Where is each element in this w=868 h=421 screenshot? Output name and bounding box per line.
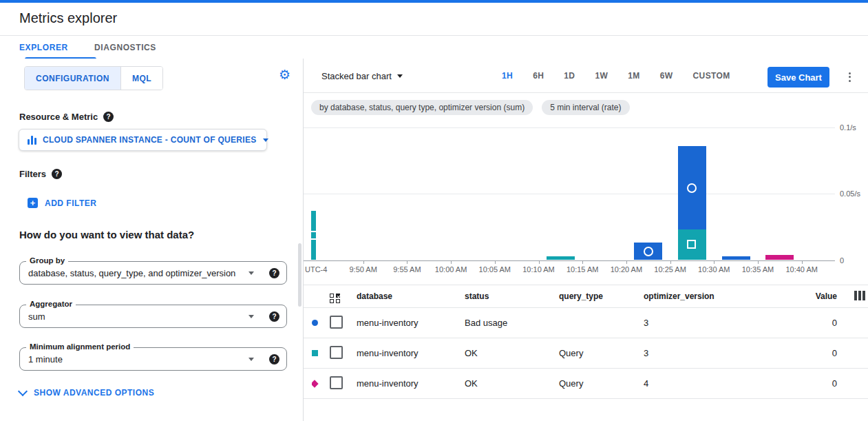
metric-selector-button[interactable]: CLOUD SPANNER INSTANCE - COUNT OF QUERIE…	[19, 129, 267, 151]
cell-query-type: Query	[559, 348, 644, 358]
x-axis-label: 10:05 AM	[473, 265, 517, 274]
y-axis-label: 0.05/s	[840, 189, 860, 198]
bar-circle-marker-icon	[644, 247, 653, 256]
table-row-1[interactable]: menu-inventoryOKQuery30	[304, 338, 868, 369]
chart-type-label: Stacked bar chart	[321, 71, 392, 81]
gridline-0.05/s	[304, 194, 835, 194]
show-advanced-options-button[interactable]: SHOW ADVANCED OPTIONS	[19, 388, 154, 398]
gridline-0.1/s	[304, 127, 835, 128]
more-options-kebab-icon[interactable]	[847, 70, 853, 83]
tab-diagnostics[interactable]: DIAGNOSTICS	[94, 36, 156, 59]
min-alignment-period-label: Minimum alignment period	[26, 342, 134, 351]
x-axis-label: 10:35 AM	[736, 265, 780, 274]
x-axis-tick	[495, 261, 496, 264]
chart-toolbar: Stacked bar chart 1H6H1D1W1M6WCUSTOM Sav…	[304, 59, 868, 93]
x-axis-tick	[451, 261, 452, 264]
group-by-help-icon[interactable]	[269, 268, 279, 278]
cell-optimizer-version: 3	[644, 318, 768, 328]
chart-type-dropdown[interactable]: Stacked bar chart	[321, 59, 403, 93]
metric-selector-value: CLOUD SPANNER INSTANCE - COUNT OF QUERIE…	[43, 135, 257, 145]
dropdown-caret-icon	[263, 138, 268, 142]
column-header-value: Value	[768, 291, 837, 301]
x-axis-tick	[714, 261, 714, 264]
table-row-2[interactable]: menu-inventoryOKQuery40	[304, 369, 868, 399]
y-axis-label: 0.1/s	[840, 123, 856, 132]
series-table: database status query_type optimizer_ver…	[304, 285, 868, 399]
aggregator-help-icon[interactable]	[269, 311, 279, 322]
y-axis-label: 0	[840, 256, 844, 265]
chart-bar-segment[interactable]	[547, 256, 575, 260]
series-checkbox[interactable]	[330, 346, 343, 359]
time-range-button-6h[interactable]: 6H	[533, 71, 544, 81]
gridline-0	[304, 260, 835, 261]
show-advanced-options-label: SHOW ADVANCED OPTIONS	[34, 388, 154, 398]
cell-optimizer-version: 4	[644, 378, 768, 389]
time-range-button-custom[interactable]: CUSTOM	[693, 71, 730, 81]
select-all-series-icon[interactable]	[330, 294, 341, 303]
timezone-label: UTC-4	[305, 265, 327, 274]
cell-database: menu-inventory	[357, 348, 465, 358]
time-range-button-1m[interactable]: 1M	[628, 71, 639, 81]
save-chart-button[interactable]: Save Chart	[768, 67, 829, 88]
page-title: Metrics explorer	[19, 10, 117, 26]
cell-status: OK	[465, 378, 559, 389]
cell-database: menu-inventory	[357, 318, 465, 328]
configuration-panel: CONFIGURATION MQL Resource & Metric CLOU…	[0, 59, 304, 421]
x-axis-label: 10:20 AM	[604, 265, 648, 274]
series-checkbox-cell	[330, 346, 357, 361]
time-range-button-1h[interactable]: 1H	[502, 71, 513, 81]
min-alignment-period-value: 1 minute	[28, 354, 248, 364]
resource-metric-help-icon[interactable]	[103, 112, 114, 122]
series-checkbox[interactable]	[330, 376, 343, 389]
stacked-bar-chart: 00.05/s0.1/s9:50 AM9:55 AM10:00 AM10:05 …	[304, 93, 868, 285]
column-header-status: status	[465, 291, 559, 301]
time-range-group: 1H6H1D1W1M6WCUSTOM	[502, 59, 730, 93]
cell-optimizer-version: 3	[644, 348, 768, 358]
aggregator-value: sum	[28, 311, 248, 322]
cell-value: 0	[768, 378, 837, 389]
add-filter-label: ADD FILTER	[45, 198, 96, 208]
cell-value: 0	[768, 318, 837, 328]
cell-database: menu-inventory	[357, 378, 465, 389]
series-marker-cell	[312, 318, 330, 328]
group-by-label: Group by	[26, 256, 68, 265]
x-axis-label: 10:30 AM	[692, 265, 736, 274]
cell-value: 0	[768, 348, 837, 358]
mql-mode-button[interactable]: MQL	[120, 67, 162, 90]
x-axis-tick	[363, 261, 364, 264]
time-range-button-6w[interactable]: 6W	[660, 71, 673, 81]
chart-bar-segment[interactable]	[722, 256, 750, 260]
group-by-value: database, status, query_type, and optimi…	[28, 268, 248, 278]
tab-explorer-label: EXPLORER	[19, 43, 68, 52]
group-by-select[interactable]: Group by database, status, query_type, a…	[19, 261, 287, 285]
settings-gear-icon[interactable]	[279, 67, 290, 82]
add-filter-button[interactable]: ADD FILTER	[28, 198, 96, 208]
table-row-0[interactable]: menu-inventoryBad usage30	[304, 308, 868, 338]
time-range-button-1w[interactable]: 1W	[595, 71, 608, 81]
min-alignment-period-help-icon[interactable]	[269, 354, 279, 364]
tab-explorer[interactable]: EXPLORER	[19, 36, 68, 59]
configuration-mode-button[interactable]: CONFIGURATION	[25, 67, 120, 90]
chart-panel: Stacked bar chart 1H6H1D1W1M6WCUSTOM Sav…	[304, 59, 868, 421]
dropdown-caret-icon	[248, 271, 254, 275]
series-marker-cell	[312, 378, 330, 389]
page-header: Metrics explorer	[0, 3, 868, 36]
dropdown-caret-icon	[248, 315, 254, 318]
chart-bar-segment[interactable]	[765, 255, 794, 260]
series-checkbox[interactable]	[330, 316, 343, 329]
series-diamond-marker-icon	[312, 380, 319, 387]
filters-label: Filters	[19, 169, 46, 179]
bar-circle-marker-icon	[687, 183, 697, 193]
dropdown-caret-icon	[397, 74, 403, 78]
time-range-button-1d[interactable]: 1D	[564, 71, 575, 81]
tab-diagnostics-label: DIAGNOSTICS	[94, 43, 156, 52]
series-marker-cell	[312, 348, 330, 358]
filters-help-icon[interactable]	[52, 169, 62, 179]
min-alignment-period-select[interactable]: Minimum alignment period 1 minute	[19, 347, 287, 371]
chevron-down-icon	[18, 386, 28, 396]
panel-scrollbar[interactable]	[298, 243, 301, 307]
aggregator-label: Aggregator	[26, 300, 76, 308]
column-settings-icon[interactable]	[854, 291, 865, 300]
series-square-marker-icon	[312, 350, 318, 356]
aggregator-select[interactable]: Aggregator sum	[19, 305, 287, 328]
